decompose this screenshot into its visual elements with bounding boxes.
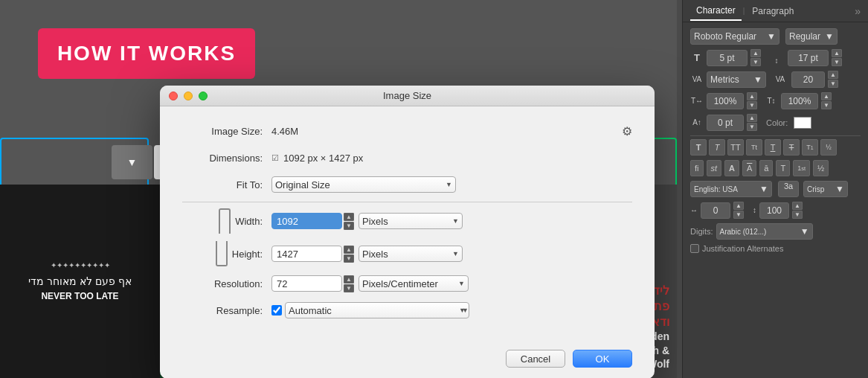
width-unit-wrap[interactable]: Pixels — [359, 213, 463, 229]
font-size-stepper[interactable]: ▲ ▼ — [750, 49, 761, 66]
style-super-btn[interactable]: T1 — [802, 139, 818, 156]
fit-to-select[interactable]: Original Size — [271, 176, 456, 193]
close-button[interactable] — [169, 92, 178, 100]
tracking-stepper[interactable]: ▲ ▼ — [828, 71, 838, 88]
tracking-input[interactable] — [791, 71, 825, 88]
height-label: Height: — [232, 249, 263, 260]
digits2-stepper[interactable]: ▲ ▼ — [792, 202, 803, 219]
font-size-down[interactable]: ▼ — [750, 58, 761, 66]
scale-h-up[interactable]: ▲ — [747, 92, 757, 100]
minimize-button[interactable] — [184, 92, 193, 100]
justification-checkbox[interactable] — [690, 244, 699, 253]
resolution-input[interactable] — [271, 275, 342, 292]
font-family-dropdown[interactable]: Roboto Regular ▼ — [690, 28, 779, 45]
tracking-down[interactable]: ▼ — [828, 80, 838, 88]
digits-value-dropdown[interactable]: Arabic (012...) ▼ — [716, 223, 813, 240]
scale-v-down[interactable]: ▼ — [821, 101, 832, 109]
digits2-up[interactable]: ▲ — [792, 202, 803, 210]
style-strike-btn[interactable]: T — [783, 139, 800, 156]
style-tt2-btn[interactable]: Tt — [746, 139, 762, 156]
liga-super-btn[interactable]: 1st — [793, 160, 810, 176]
style-bold-btn[interactable]: T — [690, 139, 707, 156]
panel-expand-icon[interactable]: » — [855, 5, 861, 17]
digits-num-input[interactable] — [701, 202, 730, 219]
how-it-works-button[interactable]: HOW IT WORKS — [38, 28, 255, 79]
height-stepper[interactable]: ▲ ▼ — [344, 246, 354, 263]
image-size-value: 4.46M — [271, 126, 298, 137]
metrics-dropdown[interactable]: Metrics ▼ — [707, 71, 766, 88]
tab-paragraph[interactable]: Paragraph — [746, 2, 800, 20]
scale-v-input[interactable] — [781, 93, 818, 109]
justification-alternates-row[interactable]: Justification Alternates — [690, 244, 861, 253]
resample-select-wrap[interactable]: Automatic — [285, 302, 469, 318]
height-unit-wrap[interactable]: Pixels — [359, 246, 463, 262]
settings-icon[interactable]: ⚙ — [622, 124, 632, 138]
antialiasing-dropdown[interactable]: Crisp ▼ — [803, 181, 848, 197]
ok-button[interactable]: OK — [573, 350, 632, 368]
font-size-up[interactable]: ▲ — [750, 49, 761, 57]
baseline-input[interactable] — [707, 115, 744, 131]
line-height-down[interactable]: ▼ — [832, 58, 842, 66]
liga-t2-btn[interactable]: T — [776, 160, 790, 176]
liga-abar-btn[interactable]: A — [742, 160, 756, 176]
tracking-up[interactable]: ▲ — [828, 71, 838, 79]
maximize-button[interactable] — [199, 92, 208, 100]
width-stepper[interactable]: ▲ ▼ — [344, 213, 354, 230]
scale-h-input[interactable] — [707, 93, 744, 109]
language-dropdown[interactable]: English: USA ▼ — [690, 181, 772, 197]
res-down-btn[interactable]: ▼ — [344, 284, 354, 292]
digits-right: ↕ ▲ ▼ — [753, 202, 803, 219]
line-height-input[interactable] — [788, 50, 829, 66]
liga-amacron-btn[interactable]: ā — [759, 160, 773, 176]
digits-down[interactable]: ▼ — [733, 211, 744, 219]
line-height-up[interactable]: ▲ — [832, 49, 842, 57]
liga-fi-btn[interactable]: fi — [690, 160, 704, 176]
cancel-button[interactable]: Cancel — [506, 350, 565, 368]
resample-select[interactable]: Automatic — [285, 302, 469, 318]
scale-v-up[interactable]: ▲ — [821, 92, 832, 100]
width-unit-select[interactable]: Pixels — [359, 213, 463, 229]
digits-num2-input[interactable] — [759, 202, 789, 219]
digits2-down[interactable]: ▼ — [792, 211, 803, 219]
resample-checkbox[interactable] — [271, 305, 282, 315]
digits-up[interactable]: ▲ — [733, 202, 744, 210]
style-sub-btn[interactable]: ½ — [820, 139, 837, 156]
filter-dropdown[interactable]: ▼ — [112, 145, 152, 179]
line-height-stepper[interactable]: ▲ ▼ — [832, 49, 842, 66]
height-input[interactable] — [271, 246, 342, 262]
res-up-btn[interactable]: ▲ — [344, 275, 354, 284]
scale-h-icon: T↔ — [690, 94, 704, 108]
style-underline-btn[interactable]: T — [765, 139, 781, 156]
image-size-dialog[interactable]: Image Size Image Size: 4.46M ⚙ Dimension… — [160, 86, 655, 378]
panel-content: Roboto Regular ▼ Regular ▼ T ▲ ▼ ↕ ▲ ▼ — [683, 22, 868, 259]
baseline-up[interactable]: ▲ — [747, 114, 757, 122]
font-size-input[interactable] — [707, 50, 748, 66]
height-unit-select[interactable]: Pixels — [359, 246, 463, 262]
digits-row: ↔ ▲ ▼ ↕ ▲ ▼ — [690, 202, 861, 219]
style-tt-btn[interactable]: TT — [727, 139, 744, 156]
resolution-unit-select[interactable]: Pixels/Centimeter — [359, 275, 469, 292]
color-swatch[interactable] — [794, 117, 811, 129]
width-input[interactable] — [271, 213, 342, 229]
resolution-unit-wrap[interactable]: Pixels/Centimeter — [359, 275, 469, 292]
fit-to-select-wrap[interactable]: Original Size — [271, 176, 456, 193]
font-size-row: T ▲ ▼ ↕ ▲ ▼ — [690, 49, 861, 66]
height-up-btn[interactable]: ▲ — [344, 246, 354, 254]
liga-fraction-btn[interactable]: ½ — [813, 160, 829, 176]
scale-h-stepper[interactable]: ▲ ▼ — [747, 92, 757, 109]
liga-a-btn[interactable]: A — [724, 160, 739, 176]
liga-st-btn[interactable]: st — [707, 160, 722, 176]
how-it-works-label: HOW IT WORKS — [57, 42, 236, 65]
scale-h-down[interactable]: ▼ — [747, 101, 757, 109]
width-down-btn[interactable]: ▼ — [344, 222, 354, 230]
baseline-stepper[interactable]: ▲ ▼ — [747, 114, 757, 131]
digits-stepper[interactable]: ▲ ▼ — [733, 202, 744, 219]
scale-v-stepper[interactable]: ▲ ▼ — [821, 92, 832, 109]
width-up-btn[interactable]: ▲ — [344, 213, 354, 221]
resolution-stepper[interactable]: ▲ ▼ — [344, 275, 354, 292]
height-down-btn[interactable]: ▼ — [344, 254, 354, 263]
tab-character[interactable]: Character — [690, 1, 742, 21]
baseline-down[interactable]: ▼ — [747, 123, 757, 131]
font-style-dropdown[interactable]: Regular ▼ — [785, 28, 838, 45]
style-italic-btn[interactable]: T — [709, 139, 725, 156]
